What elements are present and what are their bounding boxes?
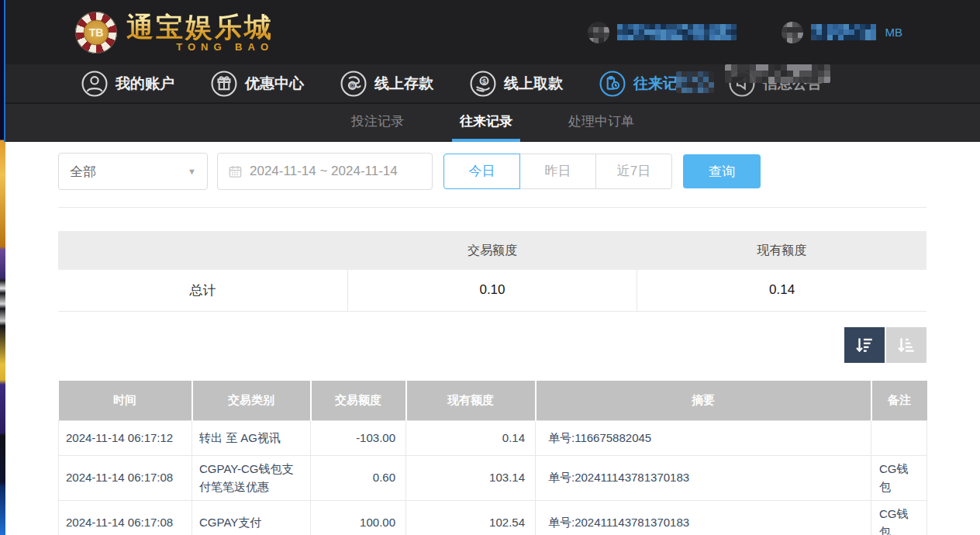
casino-chip-icon: TB (75, 12, 117, 54)
nav-label-blur-patch (676, 71, 714, 93)
deposit-icon: @ (340, 70, 368, 98)
sort-descending-button[interactable] (844, 327, 885, 363)
user-area: MB (588, 22, 903, 43)
balance-display[interactable]: MB (782, 22, 903, 43)
quick-yesterday-button[interactable]: 昨日 (519, 154, 596, 189)
nav-item-deposit[interactable]: @ 线上存款 (340, 70, 433, 98)
record-tabs: 投注记录 往来记录 处理中订单 (5, 104, 980, 142)
nav-item-announcements[interactable]: 信息公告 (728, 70, 822, 98)
nav-item-my-account[interactable]: 我的账户 (81, 70, 174, 98)
nav-item-withdraw[interactable]: $ 线上取款 (469, 70, 563, 98)
main-nav: 我的账户 优惠中心 @ 线上存款 $ 线上取款 (5, 64, 980, 104)
sort-amount-desc-icon (854, 335, 875, 355)
table-row: 2024-11-14 06:17:08 CGPAY-CG钱包支付笔笔送优惠 0.… (59, 456, 927, 501)
records-table: 时间 交易类别 交易额度 现有额度 摘要 备注 2024-11-14 06:17… (58, 381, 927, 535)
main-content: 全部 ▼ 2024-11-14 ~ 2024-11-14 今日 昨日 近7日 查… (58, 153, 927, 535)
calendar-icon (228, 164, 243, 179)
username-redacted (617, 24, 737, 40)
nav-item-blur-patch (725, 64, 830, 83)
search-button[interactable]: 查询 (683, 154, 761, 188)
gift-icon (210, 70, 238, 98)
quick-date-group: 今日 昨日 近7日 (443, 154, 672, 189)
type-select[interactable]: 全部 ▼ (58, 153, 208, 190)
wallet-icon (782, 22, 803, 43)
summary-current-amount: 0.14 (637, 270, 927, 311)
sort-ascending-button[interactable] (886, 327, 927, 363)
tab-pending-orders[interactable]: 处理中订单 (561, 104, 642, 142)
balance-redacted (811, 24, 876, 40)
date-range-input[interactable]: 2024-11-14 ~ 2024-11-14 (217, 153, 433, 190)
summary-total-label: 总计 (58, 270, 347, 311)
sort-amount-asc-icon (896, 335, 916, 355)
quick-last7days-button[interactable]: 近7日 (595, 154, 672, 189)
svg-text:$: $ (482, 76, 487, 85)
summary-header-blank (58, 231, 347, 270)
nav-item-transaction-records[interactable]: 往来记录 (599, 70, 692, 98)
username-display[interactable] (588, 22, 737, 43)
records-header-row: 时间 交易类别 交易额度 现有额度 摘要 备注 (59, 381, 927, 421)
user-icon (81, 70, 109, 98)
records-icon (599, 70, 626, 98)
summary-total-row: 总计 0.10 0.14 (58, 270, 927, 311)
sort-controls (58, 327, 927, 363)
summary-header-transaction: 交易额度 (347, 231, 637, 270)
filter-row: 全部 ▼ 2024-11-14 ~ 2024-11-14 今日 昨日 近7日 查… (58, 153, 927, 190)
section-divider (58, 207, 927, 208)
tab-bet-records[interactable]: 投注记录 (343, 104, 412, 142)
page-background-sliver (0, 0, 5, 535)
chevron-down-icon: ▼ (188, 167, 196, 176)
summary-transaction-amount: 0.10 (347, 270, 637, 311)
tab-transaction-records[interactable]: 往来记录 (452, 104, 520, 142)
table-row: 2024-11-14 06:17:12 转出 至 AG视讯 -103.00 0.… (59, 421, 927, 456)
brand-name-en: TONG BAO (176, 42, 274, 52)
summary-table: 交易额度 现有额度 总计 0.10 0.14 (58, 231, 927, 312)
brand-logo[interactable]: TB 通宝娱乐城 TONG BAO (75, 12, 274, 54)
balance-unit: MB (885, 26, 903, 39)
summary-header-current: 现有额度 (637, 231, 927, 270)
brand-name-cn: 通宝娱乐城 (126, 13, 274, 40)
svg-text:@: @ (349, 81, 356, 89)
nav-item-promotions[interactable]: 优惠中心 (210, 70, 304, 98)
user-avatar-icon (588, 22, 609, 43)
withdraw-icon: $ (469, 70, 497, 98)
top-header: TB 通宝娱乐城 TONG BAO MB (5, 0, 980, 64)
quick-today-button[interactable]: 今日 (443, 154, 520, 189)
table-row: 2024-11-14 06:17:08 CGPAY支付 100.00 102.5… (59, 501, 927, 535)
